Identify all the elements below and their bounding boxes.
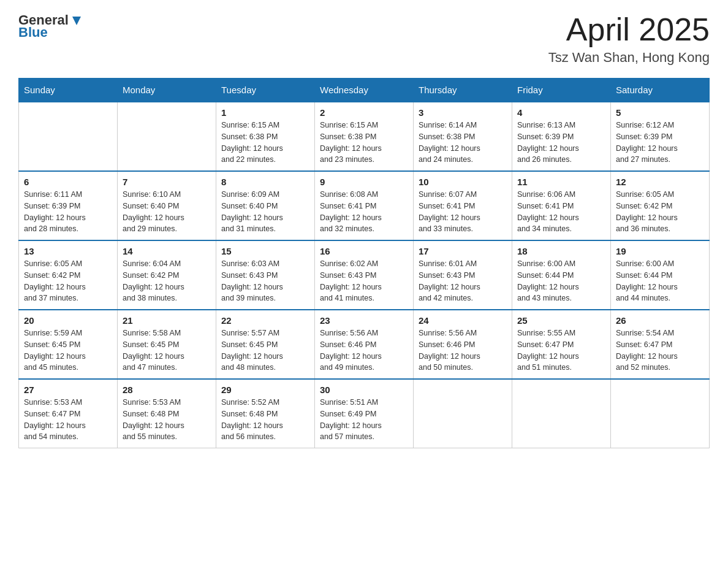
calendar-cell: 24Sunrise: 5:56 AM Sunset: 6:46 PM Dayli… [414,310,512,379]
calendar-week-row: 6Sunrise: 6:11 AM Sunset: 6:39 PM Daylig… [19,171,710,240]
day-number: 17 [419,246,507,256]
day-info: Sunrise: 6:10 AM Sunset: 6:40 PM Dayligh… [123,189,211,235]
day-info: Sunrise: 6:06 AM Sunset: 6:41 PM Dayligh… [517,189,605,235]
calendar-cell: 20Sunrise: 5:59 AM Sunset: 6:45 PM Dayli… [19,310,118,379]
calendar-cell: 29Sunrise: 5:52 AM Sunset: 6:48 PM Dayli… [216,379,315,448]
calendar-week-row: 1Sunrise: 6:15 AM Sunset: 6:38 PM Daylig… [19,102,710,171]
day-info: Sunrise: 6:08 AM Sunset: 6:41 PM Dayligh… [320,189,408,235]
day-number: 23 [320,315,408,326]
header-day-tuesday: Tuesday [216,79,315,102]
calendar-cell: 25Sunrise: 5:55 AM Sunset: 6:47 PM Dayli… [512,310,611,379]
calendar-cell: 27Sunrise: 5:53 AM Sunset: 6:47 PM Dayli… [19,379,118,448]
calendar-cell: 30Sunrise: 5:51 AM Sunset: 6:49 PM Dayli… [315,379,414,448]
day-info: Sunrise: 5:55 AM Sunset: 6:47 PM Dayligh… [517,327,605,373]
day-number: 27 [24,385,112,395]
day-number: 12 [616,177,704,187]
day-info: Sunrise: 5:57 AM Sunset: 6:45 PM Dayligh… [221,327,309,373]
day-number: 24 [419,315,507,326]
day-info: Sunrise: 6:03 AM Sunset: 6:43 PM Dayligh… [221,258,309,304]
calendar-cell [19,102,118,171]
day-number: 9 [320,177,408,187]
day-number: 30 [320,385,408,395]
month-year-title: April 2025 [548,12,710,47]
svg-marker-0 [72,17,81,25]
calendar-cell: 7Sunrise: 6:10 AM Sunset: 6:40 PM Daylig… [118,171,216,240]
calendar-cell: 10Sunrise: 6:07 AM Sunset: 6:41 PM Dayli… [414,171,512,240]
calendar-cell: 12Sunrise: 6:05 AM Sunset: 6:42 PM Dayli… [611,171,710,240]
day-number: 1 [221,107,309,118]
day-info: Sunrise: 6:11 AM Sunset: 6:39 PM Dayligh… [24,189,112,235]
calendar-cell: 11Sunrise: 6:06 AM Sunset: 6:41 PM Dayli… [512,171,611,240]
calendar-cell: 26Sunrise: 5:54 AM Sunset: 6:47 PM Dayli… [611,310,710,379]
header-day-monday: Monday [118,79,216,102]
day-number: 19 [616,246,704,256]
calendar-cell: 8Sunrise: 6:09 AM Sunset: 6:40 PM Daylig… [216,171,315,240]
day-number: 7 [123,177,211,187]
header-day-friday: Friday [512,79,611,102]
header-day-wednesday: Wednesday [315,79,414,102]
day-info: Sunrise: 6:05 AM Sunset: 6:42 PM Dayligh… [24,258,112,304]
logo-triangle-icon [70,14,83,28]
day-number: 18 [517,246,605,256]
day-number: 6 [24,177,112,187]
calendar-cell [512,379,611,448]
day-number: 11 [517,177,605,187]
calendar-cell: 4Sunrise: 6:13 AM Sunset: 6:39 PM Daylig… [512,102,611,171]
calendar-table: SundayMondayTuesdayWednesdayThursdayFrid… [18,78,710,448]
day-number: 8 [221,177,309,187]
calendar-cell: 15Sunrise: 6:03 AM Sunset: 6:43 PM Dayli… [216,240,315,310]
day-info: Sunrise: 6:15 AM Sunset: 6:38 PM Dayligh… [320,120,408,166]
day-info: Sunrise: 5:52 AM Sunset: 6:48 PM Dayligh… [221,397,309,443]
calendar-cell: 3Sunrise: 6:14 AM Sunset: 6:38 PM Daylig… [414,102,512,171]
day-info: Sunrise: 6:00 AM Sunset: 6:44 PM Dayligh… [616,258,704,304]
day-info: Sunrise: 6:13 AM Sunset: 6:39 PM Dayligh… [517,120,605,166]
day-info: Sunrise: 6:09 AM Sunset: 6:40 PM Dayligh… [221,189,309,235]
day-info: Sunrise: 6:04 AM Sunset: 6:42 PM Dayligh… [123,258,211,304]
location-subtitle: Tsz Wan Shan, Hong Kong [548,50,710,66]
calendar-cell: 9Sunrise: 6:08 AM Sunset: 6:41 PM Daylig… [315,171,414,240]
day-number: 25 [517,315,605,326]
day-info: Sunrise: 6:15 AM Sunset: 6:38 PM Dayligh… [221,120,309,166]
day-number: 2 [320,107,408,118]
page-header: General Blue April 2025 Tsz Wan Shan, Ho… [18,12,710,66]
logo-blue: Blue [18,25,48,40]
day-info: Sunrise: 5:53 AM Sunset: 6:47 PM Dayligh… [24,397,112,443]
day-info: Sunrise: 5:58 AM Sunset: 6:45 PM Dayligh… [123,327,211,373]
header-day-thursday: Thursday [414,79,512,102]
day-info: Sunrise: 5:59 AM Sunset: 6:45 PM Dayligh… [24,327,112,373]
day-info: Sunrise: 6:05 AM Sunset: 6:42 PM Dayligh… [616,189,704,235]
calendar-cell [118,102,216,171]
day-number: 29 [221,385,309,395]
calendar-cell: 18Sunrise: 6:00 AM Sunset: 6:44 PM Dayli… [512,240,611,310]
title-block: April 2025 Tsz Wan Shan, Hong Kong [548,12,710,66]
day-number: 28 [123,385,211,395]
calendar-cell: 14Sunrise: 6:04 AM Sunset: 6:42 PM Dayli… [118,240,216,310]
header-day-saturday: Saturday [611,79,710,102]
day-info: Sunrise: 5:51 AM Sunset: 6:49 PM Dayligh… [320,397,408,443]
calendar-cell: 22Sunrise: 5:57 AM Sunset: 6:45 PM Dayli… [216,310,315,379]
day-info: Sunrise: 6:12 AM Sunset: 6:39 PM Dayligh… [616,120,704,166]
calendar-cell: 1Sunrise: 6:15 AM Sunset: 6:38 PM Daylig… [216,102,315,171]
calendar-cell: 13Sunrise: 6:05 AM Sunset: 6:42 PM Dayli… [19,240,118,310]
day-info: Sunrise: 5:54 AM Sunset: 6:47 PM Dayligh… [616,327,704,373]
calendar-week-row: 20Sunrise: 5:59 AM Sunset: 6:45 PM Dayli… [19,310,710,379]
calendar-cell: 5Sunrise: 6:12 AM Sunset: 6:39 PM Daylig… [611,102,710,171]
calendar-cell [611,379,710,448]
day-info: Sunrise: 6:07 AM Sunset: 6:41 PM Dayligh… [419,189,507,235]
day-info: Sunrise: 5:56 AM Sunset: 6:46 PM Dayligh… [320,327,408,373]
calendar-cell: 21Sunrise: 5:58 AM Sunset: 6:45 PM Dayli… [118,310,216,379]
header-day-sunday: Sunday [19,79,118,102]
calendar-cell: 23Sunrise: 5:56 AM Sunset: 6:46 PM Dayli… [315,310,414,379]
calendar-cell: 6Sunrise: 6:11 AM Sunset: 6:39 PM Daylig… [19,171,118,240]
day-number: 21 [123,315,211,326]
day-number: 26 [616,315,704,326]
calendar-cell: 28Sunrise: 5:53 AM Sunset: 6:48 PM Dayli… [118,379,216,448]
day-number: 3 [419,107,507,118]
logo: General Blue [18,12,83,40]
calendar-cell: 2Sunrise: 6:15 AM Sunset: 6:38 PM Daylig… [315,102,414,171]
calendar-cell [414,379,512,448]
day-number: 4 [517,107,605,118]
calendar-cell: 19Sunrise: 6:00 AM Sunset: 6:44 PM Dayli… [611,240,710,310]
day-number: 13 [24,246,112,256]
calendar-week-row: 13Sunrise: 6:05 AM Sunset: 6:42 PM Dayli… [19,240,710,310]
